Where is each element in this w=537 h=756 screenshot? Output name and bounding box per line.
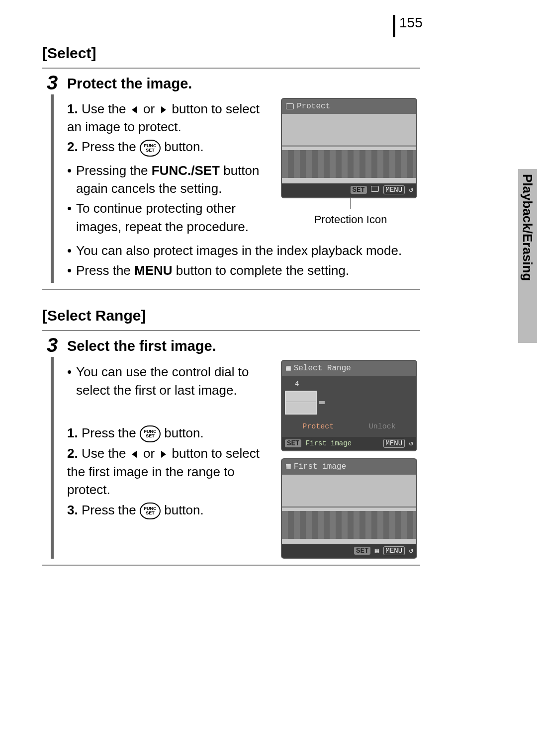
grid-icon: ▦ bbox=[286, 461, 291, 472]
page-number-text: 155 bbox=[399, 15, 423, 31]
func-set-button-icon: FUNCSET bbox=[140, 425, 161, 442]
note-item: To continue protecting other images, rep… bbox=[67, 199, 272, 236]
back-arrow-icon: ↺ bbox=[409, 439, 413, 449]
back-arrow-icon: ↺ bbox=[409, 185, 413, 195]
lcd-screenshot-first-image: ▦ First image SET ▦ MENU ↺ bbox=[281, 458, 417, 559]
svg-marker-2 bbox=[132, 451, 137, 458]
step-substep: 2. Use the or button to select the first… bbox=[67, 444, 272, 499]
page-number: 155 bbox=[393, 15, 423, 37]
grid-icon: ▦ bbox=[286, 363, 291, 374]
menu-badge: MENU bbox=[383, 185, 405, 194]
lcd-title: Protect bbox=[297, 101, 330, 112]
step-block-select-first: 3 Select the first image. You can use th… bbox=[42, 330, 420, 566]
option-unlock: Unlock bbox=[369, 421, 396, 432]
menu-badge: MENU bbox=[383, 439, 405, 448]
step-substep: 1. Use the or button to select an image … bbox=[67, 100, 272, 136]
set-badge: SET bbox=[285, 439, 301, 447]
step-number: 3 bbox=[47, 73, 58, 92]
lcd-screenshot-protect: Protect SET MENU ↺ bbox=[281, 98, 420, 228]
step-substep: 2. Press the FUNCSET button. bbox=[67, 138, 272, 156]
right-arrow-icon bbox=[158, 105, 168, 115]
thumbnail bbox=[285, 391, 317, 415]
section-heading-select-range: [Select Range] bbox=[42, 307, 420, 324]
func-set-button-icon: FUNCSET bbox=[140, 140, 161, 157]
range-count: 4 bbox=[295, 379, 413, 389]
note-item: You can also protect images in the index… bbox=[67, 242, 420, 259]
set-badge: SET bbox=[351, 186, 367, 194]
section-heading-select: [Select] bbox=[42, 45, 420, 62]
set-badge: SET bbox=[354, 547, 370, 555]
step-block-protect: 3 Protect the image. 1. Use the bbox=[42, 68, 420, 290]
key-icon bbox=[286, 103, 294, 109]
right-arrow-icon bbox=[158, 449, 168, 459]
svg-marker-3 bbox=[161, 451, 166, 458]
step-title-protect: Protect the image. bbox=[67, 74, 420, 94]
lcd-title: Select Range bbox=[294, 363, 351, 374]
note-item: You can use the control dial to select t… bbox=[67, 363, 272, 399]
step-substep: 1. Press the FUNCSET button. bbox=[67, 424, 272, 442]
svg-marker-0 bbox=[132, 106, 137, 113]
range-bar bbox=[319, 401, 325, 404]
lcd-caption: Protection Icon bbox=[281, 212, 420, 228]
back-arrow-icon: ↺ bbox=[409, 546, 413, 556]
grid-icon: ▦ bbox=[375, 547, 379, 555]
step-number: 3 bbox=[47, 335, 58, 355]
menu-badge: MENU bbox=[383, 546, 405, 555]
step-title-select-first: Select the first image. bbox=[67, 336, 420, 356]
lcd-title: First image bbox=[294, 461, 347, 472]
first-image-label: First image bbox=[306, 439, 352, 447]
func-set-button-icon: FUNCSET bbox=[140, 503, 161, 519]
option-protect: Protect bbox=[302, 421, 334, 432]
left-arrow-icon bbox=[130, 105, 140, 115]
step-substep: 3. Press the FUNCSET button. bbox=[67, 501, 272, 519]
lcd-screenshot-select-range: ▦ Select Range 4 Protect bbox=[281, 360, 417, 451]
key-icon bbox=[371, 186, 379, 192]
note-item: Pressing the FUNC./SET button again canc… bbox=[67, 162, 272, 198]
section-tab-label: Playback/Erasing bbox=[520, 174, 535, 281]
svg-marker-1 bbox=[161, 106, 166, 113]
note-item: Press the MENU button to complete the se… bbox=[67, 261, 420, 279]
left-arrow-icon bbox=[130, 449, 140, 459]
